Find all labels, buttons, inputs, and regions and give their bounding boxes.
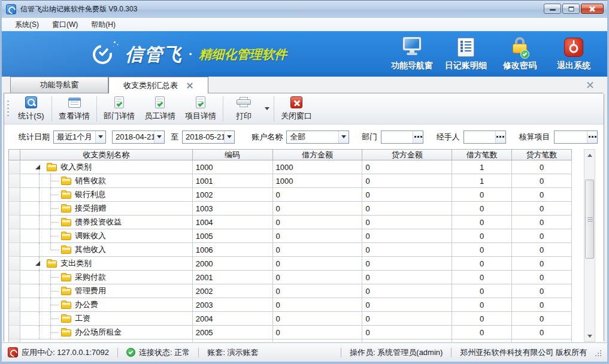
- minimize-button[interactable]: [544, 4, 561, 14]
- table-row[interactable]: 收入类别 1000 1000 0 1 0: [8, 160, 572, 174]
- toolbar-grip[interactable]: [7, 99, 9, 119]
- column-header-code[interactable]: 编码: [193, 149, 273, 160]
- credit-count-cell[interactable]: 0: [512, 202, 572, 216]
- table-row[interactable]: 其他收入 1006 0 0 0 0: [8, 243, 572, 257]
- table-row[interactable]: 债券投资收益 1004 0 0 0 0: [8, 216, 572, 229]
- credit-amount-cell[interactable]: 0: [362, 160, 452, 174]
- print-dropdown-arrow-icon[interactable]: [265, 107, 269, 110]
- row-selector[interactable]: [9, 188, 20, 202]
- table-row[interactable]: 办公费 2003 0 0 0 0: [8, 298, 572, 312]
- table-row[interactable]: 银行利息 1002 0 0 0 0: [8, 188, 572, 202]
- credit-amount-cell[interactable]: 0: [362, 312, 452, 326]
- table-row[interactable]: 采购付款 2001 0 0 0 0: [8, 271, 572, 284]
- tab-close-icon[interactable]: [186, 82, 193, 89]
- debit-count-cell[interactable]: 0: [452, 257, 512, 271]
- tab-nav-window[interactable]: 功能导航窗: [10, 77, 108, 93]
- code-cell[interactable]: 1004: [193, 216, 273, 229]
- debit-amount-cell[interactable]: 0: [273, 312, 363, 326]
- menu-system[interactable]: 系统(S): [9, 19, 45, 31]
- date-to-dropdown-icon[interactable]: [224, 131, 234, 143]
- category-name-cell[interactable]: 其他收入: [20, 243, 193, 257]
- code-cell[interactable]: 2000: [193, 257, 273, 271]
- row-selector[interactable]: [9, 160, 20, 174]
- credit-count-cell[interactable]: 0: [512, 257, 572, 271]
- credit-amount-cell[interactable]: 0: [362, 243, 452, 257]
- category-name-cell[interactable]: 接受捐赠: [20, 202, 193, 216]
- code-cell[interactable]: 1005: [193, 229, 273, 243]
- debit-amount-cell[interactable]: 0: [273, 229, 363, 243]
- debit-count-cell[interactable]: 1: [452, 174, 512, 188]
- date-from-dropdown-icon[interactable]: [154, 131, 164, 143]
- debit-count-cell[interactable]: 0: [452, 229, 512, 243]
- code-cell[interactable]: 1002: [193, 188, 273, 202]
- column-header-credit-count[interactable]: 贷方笔数: [512, 149, 572, 160]
- scroll-up-icon[interactable]: [584, 150, 595, 160]
- statistics-button[interactable]: 统计(S): [13, 95, 50, 123]
- column-header-category[interactable]: 收支类别名称: [20, 149, 193, 160]
- credit-count-cell[interactable]: 0: [512, 160, 572, 174]
- tree-expand-arrow-icon[interactable]: [35, 165, 40, 169]
- project-detail-button[interactable]: 项目详情: [180, 95, 221, 123]
- category-name-cell[interactable]: 采购付款: [20, 271, 193, 284]
- debit-count-cell[interactable]: 0: [452, 271, 512, 284]
- tree-expand-arrow-icon[interactable]: [35, 261, 40, 266]
- credit-amount-cell[interactable]: 0: [362, 174, 452, 188]
- debit-amount-cell[interactable]: 0: [273, 188, 363, 202]
- credit-count-cell[interactable]: 0: [512, 326, 572, 339]
- debit-amount-cell[interactable]: 0: [273, 243, 363, 257]
- table-row[interactable]: 支出类别 2000 0 0 0 0: [8, 257, 572, 271]
- debit-count-cell[interactable]: 0: [452, 188, 512, 202]
- credit-amount-cell[interactable]: 0: [362, 271, 452, 284]
- table-row[interactable]: 工资 2004 0 0 0 0: [8, 312, 572, 326]
- category-name-cell[interactable]: 债券投资收益: [20, 216, 193, 229]
- tab-summary-report[interactable]: 收支类别汇总表: [108, 77, 208, 93]
- column-header-credit[interactable]: 贷方金额: [362, 149, 452, 160]
- journal-detail-button[interactable]: 日记账明细: [442, 37, 490, 72]
- change-password-button[interactable]: 修改密码: [496, 37, 544, 72]
- date-from-select[interactable]: 2018-04-21: [112, 131, 165, 144]
- row-selector[interactable]: [9, 257, 20, 271]
- tabstrip-close-icon[interactable]: [586, 81, 594, 89]
- credit-count-cell[interactable]: 0: [512, 243, 572, 257]
- view-detail-button[interactable]: 查看详情: [54, 95, 95, 123]
- credit-count-cell[interactable]: 0: [512, 188, 572, 202]
- row-selector[interactable]: [9, 312, 20, 326]
- debit-count-cell[interactable]: 0: [452, 202, 512, 216]
- code-cell[interactable]: 2004: [193, 312, 273, 326]
- column-header-debit[interactable]: 借方金额: [273, 149, 363, 160]
- department-detail-button[interactable]: 部门详情: [99, 95, 140, 123]
- debit-amount-cell[interactable]: 0: [273, 284, 363, 298]
- row-selector[interactable]: [9, 243, 20, 257]
- row-selector[interactable]: [9, 326, 20, 339]
- row-selector[interactable]: [9, 298, 20, 312]
- row-selector[interactable]: [9, 229, 20, 243]
- account-dropdown-icon[interactable]: [338, 131, 349, 143]
- debit-amount-cell[interactable]: 0: [273, 216, 363, 229]
- menu-help[interactable]: 帮助(H): [85, 19, 122, 31]
- category-name-cell[interactable]: 工资: [20, 312, 193, 326]
- credit-amount-cell[interactable]: 0: [362, 257, 452, 271]
- debit-count-cell[interactable]: 1: [452, 160, 512, 174]
- debit-amount-cell[interactable]: 0: [273, 271, 363, 284]
- credit-count-cell[interactable]: 0: [512, 284, 572, 298]
- date-to-select[interactable]: 2018-05-21: [182, 131, 235, 144]
- debit-amount-cell[interactable]: 1000: [273, 160, 363, 174]
- project-lookup[interactable]: [554, 131, 598, 144]
- code-cell[interactable]: 2003: [193, 298, 273, 312]
- vertical-scrollbar[interactable]: [584, 149, 595, 342]
- code-cell[interactable]: 2001: [193, 271, 273, 284]
- resize-grip[interactable]: [594, 349, 601, 356]
- credit-amount-cell[interactable]: 0: [362, 326, 452, 339]
- table-row[interactable]: 办公场所租金 2005 0 0 0 0: [8, 326, 572, 339]
- debit-amount-cell[interactable]: 0: [273, 298, 363, 312]
- debit-amount-cell[interactable]: 0: [273, 202, 363, 216]
- credit-amount-cell[interactable]: 0: [362, 298, 452, 312]
- employee-detail-button[interactable]: 员工详情: [140, 95, 180, 123]
- credit-amount-cell[interactable]: 0: [362, 216, 452, 229]
- department-lookup[interactable]: [381, 131, 423, 144]
- category-name-cell[interactable]: 办公场所租金: [20, 326, 193, 339]
- debit-amount-cell[interactable]: 1000: [273, 174, 363, 188]
- credit-amount-cell[interactable]: 0: [362, 188, 452, 202]
- scroll-down-icon[interactable]: [584, 331, 595, 341]
- category-name-cell[interactable]: 调账收入: [20, 229, 193, 243]
